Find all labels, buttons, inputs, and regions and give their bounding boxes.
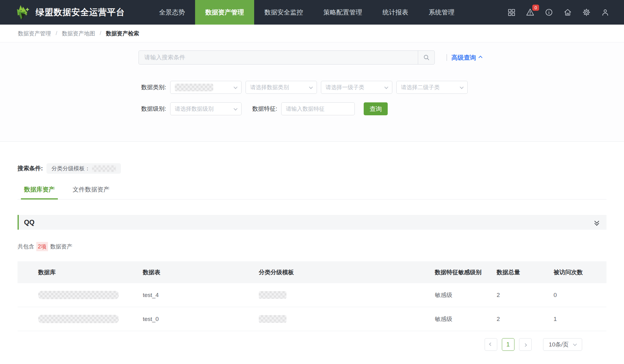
keyword-search-box: [138, 50, 435, 65]
chevron-right-icon: [523, 343, 527, 346]
collapse-double-chevron-icon[interactable]: [595, 220, 598, 225]
chevron-down-icon: [384, 85, 388, 89]
asset-group-header[interactable]: QQ: [18, 215, 606, 230]
brand: 绿盟数据安全运营平台: [15, 4, 125, 20]
nav-item-data-security-monitoring[interactable]: 数据安全监控: [254, 0, 313, 25]
search-submit-button[interactable]: [418, 51, 434, 64]
divider: [446, 54, 447, 61]
keyword-search-input[interactable]: [139, 51, 418, 64]
search-condition-row: 搜索条件: 分类分级模板：: [18, 163, 606, 174]
breadcrumb-separator: /: [100, 30, 101, 37]
assets-table: 数据库 数据表 分类分级模板 数据特征敏感级别 数据总量 被访问次数 test_…: [18, 261, 606, 331]
search-panel: 高级查询 数据类别: 请选择数据类别 请选择一级子类 请选择二级子类 数据级别:…: [0, 42, 624, 142]
nav-item-overview[interactable]: 全景态势: [149, 0, 195, 25]
info-icon[interactable]: [544, 8, 554, 17]
tab-database-assets[interactable]: 数据库资产: [24, 185, 55, 199]
results-section: 搜索条件: 分类分级模板： 数据库资产 文件数据资产 QQ 共包含 2项 数据资…: [0, 163, 624, 351]
chevron-left-icon: [489, 342, 492, 346]
search-condition-label: 搜索条件:: [18, 164, 43, 172]
redacted-template-name: [259, 291, 286, 299]
main-nav: 全景态势 数据资产管理 数据安全监控 策略配置管理 统计报表 系统管理: [149, 0, 465, 25]
chevron-down-icon: [234, 106, 238, 110]
cell-sensitivity: 敏感级: [435, 291, 497, 299]
user-icon[interactable]: [601, 8, 610, 17]
redacted-template-name: [92, 165, 116, 172]
cell-visits: 1: [554, 316, 606, 322]
nsfocus-logo-icon: [15, 4, 31, 20]
col-header-total: 数据总量: [497, 268, 554, 276]
asset-group-title: QQ: [24, 218, 34, 226]
cell-table-name: test_4: [143, 292, 259, 299]
col-header-visits: 被访问次数: [554, 268, 606, 276]
breadcrumb-item-current: 数据资产检索: [106, 30, 139, 37]
category-select[interactable]: 请选择数据类别: [246, 81, 317, 94]
search-icon: [423, 54, 430, 61]
category-template-select[interactable]: [170, 81, 242, 94]
topbar: 绿盟数据安全运营平台 全景态势 数据资产管理 数据安全监控 策略配置管理 统计报…: [0, 0, 624, 25]
data-feature-input[interactable]: [281, 102, 355, 115]
cell-visits: 0: [554, 292, 606, 299]
subclass-level2-select[interactable]: 请选择二级子类: [396, 81, 468, 94]
cell-sensitivity: 敏感级: [435, 315, 497, 323]
alarm-warning-icon[interactable]: 0: [526, 8, 535, 17]
level-label: 数据级别:: [138, 105, 166, 113]
settings-gear-icon[interactable]: [582, 8, 591, 17]
breadcrumb-item-2[interactable]: 数据资产地图: [62, 30, 95, 37]
pagination: 1 10条/页: [18, 338, 582, 351]
query-button[interactable]: 查询: [364, 102, 388, 115]
apps-grid-icon[interactable]: [507, 8, 516, 17]
cell-total: 2: [497, 292, 554, 299]
table-header-row: 数据库 数据表 分类分级模板 数据特征敏感级别 数据总量 被访问次数: [18, 261, 606, 283]
redacted-database-name: [38, 315, 119, 323]
nav-item-system-management[interactable]: 系统管理: [418, 0, 465, 25]
alarm-count-badge: 0: [532, 5, 539, 11]
redacted-selected-value: [175, 84, 213, 91]
redacted-database-name: [38, 291, 119, 299]
col-header-table: 数据表: [143, 268, 259, 276]
table-row[interactable]: test_4 敏感级 2 0: [18, 283, 606, 307]
col-header-sensitivity: 数据特征敏感级别: [435, 268, 497, 276]
next-page-button[interactable]: [519, 338, 532, 351]
page-size-select[interactable]: 10条/页: [543, 338, 582, 351]
chevron-down-icon: [309, 85, 313, 89]
page-number-button[interactable]: 1: [502, 338, 514, 351]
nav-item-data-asset-management[interactable]: 数据资产管理: [195, 0, 254, 25]
tab-file-assets[interactable]: 文件数据资产: [73, 185, 110, 199]
condition-tag: 分类分级模板：: [46, 163, 121, 174]
asset-type-tabs: 数据库资产 文件数据资产: [18, 185, 606, 200]
cell-table-name: test_0: [143, 316, 259, 322]
chevron-down-icon: [460, 85, 464, 89]
home-icon[interactable]: [563, 8, 572, 17]
chevron-down-icon: [234, 85, 238, 89]
breadcrumb-separator: /: [56, 30, 57, 37]
subclass-level1-select[interactable]: 请选择一级子类: [321, 81, 392, 94]
chevron-down-icon: [573, 342, 577, 346]
feature-label: 数据特征:: [250, 105, 277, 113]
chevron-up-icon: [478, 56, 482, 60]
col-header-database: 数据库: [18, 268, 143, 276]
breadcrumb-item-1[interactable]: 数据资产管理: [18, 30, 51, 37]
advanced-query-link[interactable]: 高级查询: [451, 53, 482, 62]
redacted-template-name: [259, 315, 286, 323]
app-title: 绿盟数据安全运营平台: [36, 6, 125, 18]
table-row[interactable]: test_0 敏感级 2 1: [18, 307, 606, 331]
breadcrumb: 数据资产管理 / 数据资产地图 / 数据资产检索: [0, 25, 624, 42]
category-label: 数据类别:: [138, 83, 166, 91]
asset-count-line: 共包含 2项 数据资产: [18, 242, 606, 251]
data-level-select[interactable]: 请选择数据级别: [170, 102, 242, 115]
topbar-icons: 0: [507, 8, 610, 17]
col-header-template: 分类分级模板: [259, 268, 435, 276]
cell-total: 2: [497, 316, 554, 322]
prev-page-button[interactable]: [485, 338, 497, 351]
nav-item-statistics-report[interactable]: 统计报表: [372, 0, 418, 25]
nav-item-policy-configuration[interactable]: 策略配置管理: [313, 0, 372, 25]
asset-count-badge: 2项: [36, 242, 48, 251]
